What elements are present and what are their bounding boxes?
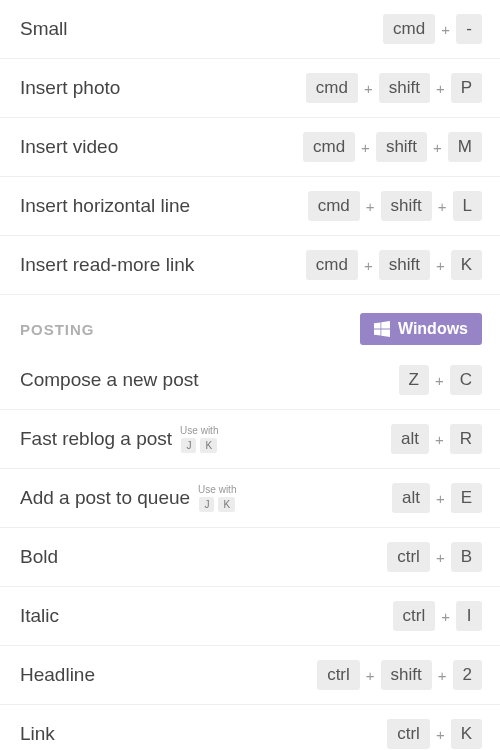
windows-icon bbox=[374, 321, 390, 337]
plus-separator: + bbox=[441, 608, 450, 625]
shortcut-row: Linkctrl+K bbox=[0, 705, 500, 750]
key: R bbox=[450, 424, 482, 454]
key-combo: ctrl+B bbox=[387, 542, 482, 572]
shortcut-label: Bold bbox=[20, 546, 58, 568]
os-label: Windows bbox=[398, 320, 468, 338]
key-combo: Z+C bbox=[399, 365, 482, 395]
key: C bbox=[450, 365, 482, 395]
use-with-keys: JK bbox=[181, 438, 217, 453]
shortcut-label-text: Compose a new post bbox=[20, 369, 199, 391]
plus-separator: + bbox=[435, 372, 444, 389]
key-combo: alt+E bbox=[392, 483, 482, 513]
shortcut-row: Compose a new postZ+C bbox=[0, 351, 500, 410]
os-toggle-windows[interactable]: Windows bbox=[360, 313, 482, 345]
key: E bbox=[451, 483, 482, 513]
key: ctrl bbox=[387, 542, 430, 572]
shortcut-label: Link bbox=[20, 723, 55, 745]
key: alt bbox=[392, 483, 430, 513]
shortcut-label-text: Bold bbox=[20, 546, 58, 568]
shortcut-row: Smallcmd+- bbox=[0, 0, 500, 59]
shortcut-label: Insert horizontal line bbox=[20, 195, 190, 217]
key: M bbox=[448, 132, 482, 162]
mini-key: J bbox=[199, 497, 214, 512]
shortcut-label-text: Insert video bbox=[20, 136, 118, 158]
key: shift bbox=[376, 132, 427, 162]
use-with-keys: JK bbox=[199, 497, 235, 512]
shortcut-label-text: Headline bbox=[20, 664, 95, 686]
shortcut-row: Headlinectrl+shift+2 bbox=[0, 646, 500, 705]
use-with-hint: Use withJK bbox=[180, 425, 218, 453]
key: I bbox=[456, 601, 482, 631]
shortcut-label: Italic bbox=[20, 605, 59, 627]
key: B bbox=[451, 542, 482, 572]
shortcut-label: Add a post to queueUse withJK bbox=[20, 484, 236, 512]
key-combo: cmd+shift+K bbox=[306, 250, 482, 280]
key: shift bbox=[379, 73, 430, 103]
shortcut-label-text: Insert photo bbox=[20, 77, 120, 99]
shortcut-label: Compose a new post bbox=[20, 369, 199, 391]
key: shift bbox=[381, 191, 432, 221]
plus-separator: + bbox=[364, 257, 373, 274]
mini-key: K bbox=[218, 497, 235, 512]
key: ctrl bbox=[317, 660, 360, 690]
key: - bbox=[456, 14, 482, 44]
key: cmd bbox=[303, 132, 355, 162]
shortcut-label: Fast reblog a postUse withJK bbox=[20, 425, 218, 453]
plus-separator: + bbox=[364, 80, 373, 97]
key: shift bbox=[379, 250, 430, 280]
plus-separator: + bbox=[438, 667, 447, 684]
shortcut-row: Italicctrl+I bbox=[0, 587, 500, 646]
mini-key: K bbox=[200, 438, 217, 453]
shortcut-label-text: Small bbox=[20, 18, 68, 40]
key: P bbox=[451, 73, 482, 103]
plus-separator: + bbox=[366, 667, 375, 684]
key: Z bbox=[399, 365, 429, 395]
key: ctrl bbox=[387, 719, 430, 749]
key: alt bbox=[391, 424, 429, 454]
key-combo: cmd+shift+L bbox=[308, 191, 482, 221]
key: shift bbox=[381, 660, 432, 690]
shortcut-label: Headline bbox=[20, 664, 95, 686]
plus-separator: + bbox=[433, 139, 442, 156]
shortcut-row: Fast reblog a postUse withJKalt+R bbox=[0, 410, 500, 469]
shortcut-label-text: Insert read-more link bbox=[20, 254, 194, 276]
plus-separator: + bbox=[436, 490, 445, 507]
key: cmd bbox=[308, 191, 360, 221]
key: L bbox=[453, 191, 482, 221]
shortcut-label: Insert video bbox=[20, 136, 118, 158]
shortcut-label-text: Link bbox=[20, 723, 55, 745]
plus-separator: + bbox=[435, 431, 444, 448]
shortcut-row: Insert read-more linkcmd+shift+K bbox=[0, 236, 500, 295]
section-title: POSTING bbox=[20, 321, 95, 338]
shortcut-row: Insert videocmd+shift+M bbox=[0, 118, 500, 177]
use-with-hint: Use withJK bbox=[198, 484, 236, 512]
key-combo: cmd+shift+M bbox=[303, 132, 482, 162]
shortcut-label-text: Fast reblog a post bbox=[20, 428, 172, 450]
plus-separator: + bbox=[366, 198, 375, 215]
plus-separator: + bbox=[436, 726, 445, 743]
use-with-label: Use with bbox=[198, 484, 236, 495]
key: ctrl bbox=[393, 601, 436, 631]
key-combo: ctrl+K bbox=[387, 719, 482, 749]
plus-separator: + bbox=[361, 139, 370, 156]
shortcut-row: Insert horizontal linecmd+shift+L bbox=[0, 177, 500, 236]
plus-separator: + bbox=[436, 80, 445, 97]
key-combo: alt+R bbox=[391, 424, 482, 454]
key-combo: cmd+- bbox=[383, 14, 482, 44]
key: cmd bbox=[306, 73, 358, 103]
key: 2 bbox=[453, 660, 482, 690]
section-header: POSTINGWindows bbox=[0, 295, 500, 351]
plus-separator: + bbox=[436, 257, 445, 274]
shortcut-label: Insert read-more link bbox=[20, 254, 194, 276]
key: cmd bbox=[383, 14, 435, 44]
key-combo: ctrl+I bbox=[393, 601, 482, 631]
shortcut-label-text: Insert horizontal line bbox=[20, 195, 190, 217]
shortcut-label: Small bbox=[20, 18, 68, 40]
key: cmd bbox=[306, 250, 358, 280]
plus-separator: + bbox=[438, 198, 447, 215]
shortcut-row: Boldctrl+B bbox=[0, 528, 500, 587]
use-with-label: Use with bbox=[180, 425, 218, 436]
key: K bbox=[451, 719, 482, 749]
key-combo: cmd+shift+P bbox=[306, 73, 482, 103]
shortcut-label-text: Italic bbox=[20, 605, 59, 627]
